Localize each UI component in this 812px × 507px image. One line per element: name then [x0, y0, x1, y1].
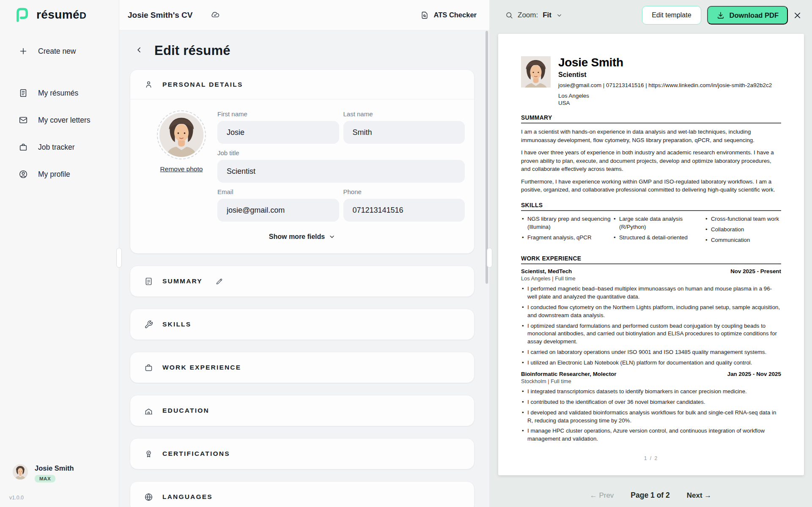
sidebar-item-my-profile[interactable]: My profile [0, 165, 114, 184]
sidebar-item-my-resumes[interactable]: My résumés [0, 84, 114, 102]
photo-column: Remove photo [145, 110, 217, 227]
user-profile[interactable]: Josie Smith MAX [13, 464, 74, 482]
remove-photo-link[interactable]: Remove photo [160, 165, 203, 173]
section-card-summary[interactable]: SUMMARY [130, 266, 475, 297]
app-root: résuméD Create new My résumés My cover l… [0, 0, 812, 507]
job-title-input[interactable] [217, 160, 465, 183]
job-bullet: I developed and validated bioinformatics… [521, 409, 781, 425]
preview-toolbar: Zoom: Fit Edit template Download PDF [489, 0, 812, 30]
job-title: Scientist, MedTech [521, 268, 572, 274]
close-icon[interactable] [793, 11, 802, 20]
show-more-fields-button[interactable]: Show more fields [130, 227, 474, 253]
job-bullet: I carried on laboratory operations under… [521, 348, 781, 356]
preview-panel: Zoom: Fit Edit template Download PDF [489, 0, 812, 507]
zoom-control[interactable]: Zoom: Fit [505, 11, 562, 19]
section-heading: WORK EXPERIENCE [162, 364, 241, 371]
document-icon [144, 277, 153, 286]
skill-item: NGS library prep and sequencing (Illumin… [521, 215, 613, 231]
edit-template-button[interactable]: Edit template [642, 6, 701, 25]
user-circle-icon [19, 170, 28, 179]
download-pdf-button[interactable]: Download PDF [707, 6, 788, 25]
job-bullet: I integrated transcriptomics datasets to… [521, 388, 781, 396]
summary-paragraph: I have over three years of experience in… [521, 148, 781, 173]
personal-details-header: PERSONAL DETAILS [130, 70, 474, 99]
page-count-label: Page 1 of 2 [631, 491, 669, 500]
section-heading: PERSONAL DETAILS [162, 81, 243, 88]
summary-paragraph: I am a scientist with hands-on experienc… [521, 128, 781, 144]
job-bullet: I manage HPC cluster operations, Azure v… [521, 427, 781, 443]
prev-page-button[interactable]: ← Prev [590, 491, 614, 500]
show-more-label: Show more fields [269, 233, 325, 241]
create-new-button[interactable]: Create new [19, 47, 119, 56]
job-dates: Jan 2025 - Nov 2025 [727, 371, 781, 377]
ats-checker-label: ATS Checker [434, 11, 477, 19]
briefcase-icon [144, 363, 153, 372]
sidebar-item-label: My cover letters [38, 116, 91, 125]
download-icon [716, 11, 725, 19]
job-title-field-group: Job title [217, 149, 465, 183]
last-name-field-group: Last name [343, 110, 465, 144]
back-button[interactable] [135, 46, 143, 56]
school-icon [144, 406, 153, 415]
sidebar-item-label: My profile [38, 170, 70, 179]
ats-checker-button[interactable]: ATS Checker [420, 11, 477, 19]
section-card-certifications[interactable]: CERTIFICATIONS [130, 438, 475, 469]
job-bullet: I performed magnetic bead–based multiple… [521, 285, 781, 301]
resume-header: Josie Smith Scientist josie@gmail.com | … [521, 56, 781, 106]
section-card-languages[interactable]: LANGUAGES [130, 481, 475, 507]
personal-details-card: PERSONAL DETAILS [130, 69, 475, 254]
section-heading: CERTIFICATIONS [162, 450, 230, 458]
next-page-button[interactable]: Next → [687, 491, 712, 500]
resume-contact-line: josie@gmail.com | 071213141516 | https:/… [558, 82, 772, 88]
last-name-input[interactable] [343, 121, 465, 144]
section-heading: SUMMARY [162, 277, 203, 285]
brand-logo[interactable]: résuméD [0, 0, 119, 23]
section-card-work-experience[interactable]: WORK EXPERIENCE [130, 352, 475, 383]
zoom-label: Zoom: [518, 11, 538, 19]
wrench-icon [144, 320, 153, 329]
medal-icon [144, 449, 153, 458]
resume-work-heading: WORK EXPERIENCE [521, 255, 781, 264]
job-meta: Stockholm | Full time [521, 378, 781, 384]
phone-field-group: Phone [343, 188, 465, 222]
mail-icon [19, 115, 28, 125]
resume-document-icon [19, 88, 28, 98]
chevron-down-icon [329, 233, 335, 240]
skill-item: Cross-functional team work [705, 215, 781, 223]
skill-item: Fragment analysis, qPCR [521, 234, 613, 242]
editor-panel: Josie Smith's CV ATS Checker Edit résumé [119, 0, 489, 507]
edit-pencil-icon[interactable] [215, 277, 224, 285]
profile-photo[interactable] [157, 110, 206, 159]
job-bullet: I optimized standard formulations and pe… [521, 322, 781, 346]
document-title: Josie Smith's CV [128, 11, 192, 20]
resume-country: USA [558, 100, 772, 106]
last-name-label: Last name [343, 110, 465, 118]
editor-scroll-area: Edit résumé PERSONAL DETAILS [119, 30, 489, 507]
skills-columns: NGS library prep and sequencing (Illumin… [521, 215, 781, 247]
job-entry: Bioinformatic Researcher, Molector Jan 2… [521, 371, 781, 443]
section-card-education[interactable]: EDUCATION [130, 395, 475, 426]
email-input[interactable] [217, 199, 339, 222]
summary-paragraph: Furthermore, I have experience working w… [521, 178, 781, 194]
avatar [13, 464, 28, 480]
skills-column: Cross-functional team work Collaboration… [705, 215, 781, 247]
sidebar-item-my-cover-letters[interactable]: My cover letters [0, 111, 114, 129]
job-entry: Scientist, MedTech Nov 2025 - Present Lo… [521, 268, 781, 367]
job-dates: Nov 2025 - Present [730, 268, 781, 274]
editor-scrollbar[interactable] [486, 31, 488, 284]
resume-page[interactable]: Josie Smith Scientist josie@gmail.com | … [498, 34, 804, 475]
first-name-input[interactable] [217, 121, 339, 144]
panel-resize-handle-left[interactable] [116, 248, 122, 268]
chevron-down-icon [556, 12, 562, 19]
skills-column: NGS library prep and sequencing (Illumin… [521, 215, 613, 247]
resume-name: Josie Smith [558, 56, 772, 69]
sidebar-item-label: My résumés [38, 89, 78, 98]
panel-resize-handle-right[interactable] [487, 248, 492, 268]
resume-skills-heading: SKILLS [521, 202, 781, 211]
job-bullet: I utilized an Electronic Lab Notebook (E… [521, 359, 781, 367]
section-card-skills[interactable]: SKILLS [130, 309, 475, 340]
app-version: v1.0.0 [9, 495, 24, 501]
sidebar-item-job-tracker[interactable]: Job tracker [0, 138, 114, 156]
phone-input[interactable] [343, 199, 465, 222]
briefcase-icon [19, 143, 28, 152]
